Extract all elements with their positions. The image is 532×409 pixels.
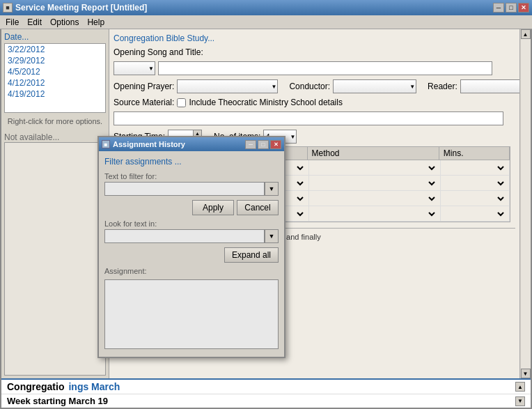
dialog-icon: ■ [102, 140, 110, 148]
assignment-textarea[interactable] [104, 279, 279, 349]
look-in-row: ▼ [104, 229, 279, 243]
look-in-label: Look for text in: [104, 219, 279, 228]
look-in-input[interactable] [104, 229, 265, 243]
expand-all-row: Expand all [104, 247, 279, 263]
text-filter-input[interactable] [104, 182, 265, 196]
text-filter-row: ▼ [104, 182, 279, 196]
dialog-content: Filter assignments ... Text to filter fo… [99, 151, 284, 357]
dialog-title: Assignment History [113, 140, 244, 148]
look-in-dropdown-button[interactable]: ▼ [265, 229, 279, 243]
apply-cancel-row: Apply Cancel [104, 200, 279, 215]
apply-button[interactable]: Apply [192, 200, 234, 215]
dialog-minimize-button[interactable]: ─ [245, 140, 256, 149]
text-filter-label: Text to filter for: [104, 172, 279, 180]
dialog-overlay: ■ Assignment History ─ □ ✕ Filter assign… [0, 0, 532, 409]
dialog-close-button[interactable]: ✕ [270, 140, 281, 149]
assignment-history-dialog: ■ Assignment History ─ □ ✕ Filter assign… [97, 136, 285, 358]
filter-section-label: Filter assignments ... [104, 157, 279, 167]
assignment-label: Assignment: [104, 267, 279, 275]
dialog-title-bar: ■ Assignment History ─ □ ✕ [99, 137, 284, 151]
dialog-maximize-button[interactable]: □ [258, 140, 269, 149]
expand-all-button[interactable]: Expand all [224, 247, 279, 263]
text-filter-dropdown-button[interactable]: ▼ [265, 182, 279, 196]
cancel-button[interactable]: Cancel [237, 200, 279, 215]
